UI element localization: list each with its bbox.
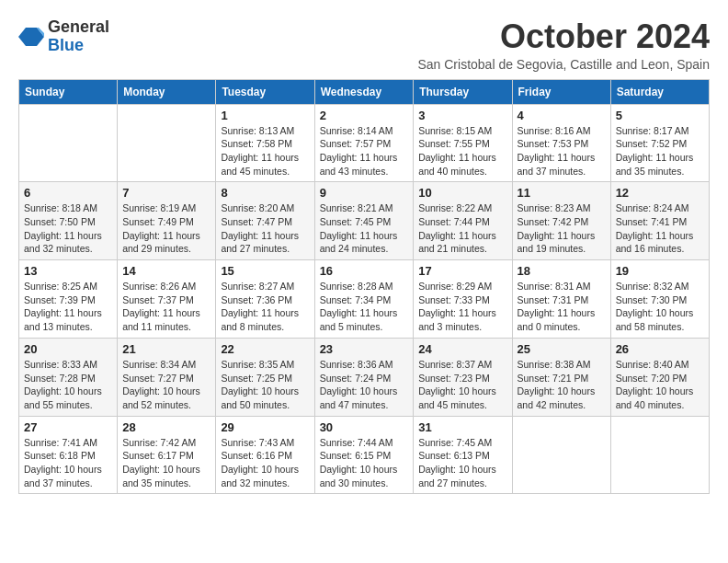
day-number: 20: [24, 342, 112, 356]
calendar-cell: 17Sunrise: 8:29 AM Sunset: 7:33 PM Dayli…: [414, 260, 512, 339]
day-info: Sunrise: 8:18 AM Sunset: 7:50 PM Dayligh…: [24, 201, 112, 256]
weekday-header-tuesday: Tuesday: [216, 79, 314, 104]
calendar-cell: 20Sunrise: 8:33 AM Sunset: 7:28 PM Dayli…: [19, 338, 118, 416]
day-number: 30: [320, 420, 409, 434]
day-number: 23: [320, 342, 409, 356]
day-info: Sunrise: 7:45 AM Sunset: 6:13 PM Dayligh…: [418, 436, 506, 490]
calendar-cell: 29Sunrise: 7:43 AM Sunset: 6:16 PM Dayli…: [216, 416, 314, 494]
day-number: 11: [518, 186, 606, 200]
day-number: 24: [418, 342, 506, 356]
day-number: 10: [418, 186, 506, 200]
day-info: Sunrise: 8:17 AM Sunset: 7:52 PM Dayligh…: [616, 124, 704, 178]
day-info: Sunrise: 7:44 AM Sunset: 6:15 PM Dayligh…: [320, 436, 409, 490]
calendar-cell: 18Sunrise: 8:31 AM Sunset: 7:31 PM Dayli…: [512, 260, 610, 339]
location-subtitle: San Cristobal de Segovia, Castille and L…: [417, 57, 710, 72]
calendar-cell: [118, 104, 216, 182]
day-info: Sunrise: 8:13 AM Sunset: 7:58 PM Dayligh…: [221, 124, 309, 178]
calendar-cell: 10Sunrise: 8:22 AM Sunset: 7:44 PM Dayli…: [414, 182, 512, 260]
calendar-cell: 2Sunrise: 8:14 AM Sunset: 7:57 PM Daylig…: [314, 104, 414, 182]
calendar-cell: 22Sunrise: 8:35 AM Sunset: 7:25 PM Dayli…: [216, 338, 314, 416]
day-number: 22: [221, 342, 309, 356]
day-number: 12: [616, 186, 704, 200]
day-info: Sunrise: 8:31 AM Sunset: 7:31 PM Dayligh…: [518, 280, 606, 334]
title-section: October 2024 San Cristobal de Segovia, C…: [417, 18, 710, 72]
day-info: Sunrise: 8:29 AM Sunset: 7:33 PM Dayligh…: [418, 280, 506, 334]
weekday-header-monday: Monday: [118, 79, 216, 104]
calendar-week-row: 6Sunrise: 8:18 AM Sunset: 7:50 PM Daylig…: [19, 182, 710, 260]
day-info: Sunrise: 7:43 AM Sunset: 6:16 PM Dayligh…: [221, 436, 309, 490]
day-number: 28: [122, 420, 210, 434]
day-info: Sunrise: 8:40 AM Sunset: 7:20 PM Dayligh…: [616, 358, 704, 412]
day-number: 6: [24, 186, 112, 200]
day-number: 5: [616, 109, 704, 122]
day-info: Sunrise: 8:21 AM Sunset: 7:45 PM Dayligh…: [320, 201, 409, 256]
calendar-cell: 11Sunrise: 8:23 AM Sunset: 7:42 PM Dayli…: [512, 182, 610, 260]
calendar-week-row: 1Sunrise: 8:13 AM Sunset: 7:58 PM Daylig…: [19, 104, 710, 182]
calendar-cell: 7Sunrise: 8:19 AM Sunset: 7:49 PM Daylig…: [118, 182, 216, 260]
calendar-cell: 4Sunrise: 8:16 AM Sunset: 7:53 PM Daylig…: [512, 104, 610, 182]
day-number: 2: [320, 109, 409, 122]
day-number: 14: [122, 264, 210, 278]
calendar-cell: 14Sunrise: 8:26 AM Sunset: 7:37 PM Dayli…: [118, 260, 216, 339]
day-number: 18: [518, 264, 606, 278]
calendar-cell: [512, 416, 610, 494]
day-number: 7: [122, 186, 210, 200]
day-number: 16: [320, 264, 409, 278]
day-number: 1: [221, 109, 309, 122]
day-info: Sunrise: 8:16 AM Sunset: 7:53 PM Dayligh…: [518, 124, 606, 178]
calendar-cell: 15Sunrise: 8:27 AM Sunset: 7:36 PM Dayli…: [216, 260, 314, 339]
calendar-cell: 28Sunrise: 7:42 AM Sunset: 6:17 PM Dayli…: [118, 416, 216, 494]
calendar-cell: 27Sunrise: 7:41 AM Sunset: 6:18 PM Dayli…: [19, 416, 118, 494]
day-number: 21: [122, 342, 210, 356]
calendar-cell: 23Sunrise: 8:36 AM Sunset: 7:24 PM Dayli…: [314, 338, 414, 416]
day-info: Sunrise: 8:33 AM Sunset: 7:28 PM Dayligh…: [24, 358, 112, 412]
day-info: Sunrise: 8:23 AM Sunset: 7:42 PM Dayligh…: [518, 201, 606, 256]
calendar-cell: [19, 104, 118, 182]
calendar-cell: 9Sunrise: 8:21 AM Sunset: 7:45 PM Daylig…: [314, 182, 414, 260]
day-info: Sunrise: 8:38 AM Sunset: 7:21 PM Dayligh…: [518, 358, 606, 412]
calendar-cell: 25Sunrise: 8:38 AM Sunset: 7:21 PM Dayli…: [512, 338, 610, 416]
calendar-cell: 30Sunrise: 7:44 AM Sunset: 6:15 PM Dayli…: [314, 416, 414, 494]
logo-blue: Blue: [48, 37, 109, 55]
calendar-cell: [610, 416, 709, 494]
day-number: 26: [616, 342, 704, 356]
weekday-header-wednesday: Wednesday: [314, 79, 414, 104]
day-number: 4: [518, 109, 606, 122]
day-info: Sunrise: 8:35 AM Sunset: 7:25 PM Dayligh…: [221, 358, 309, 412]
calendar-cell: 19Sunrise: 8:32 AM Sunset: 7:30 PM Dayli…: [610, 260, 709, 339]
calendar-week-row: 13Sunrise: 8:25 AM Sunset: 7:39 PM Dayli…: [19, 260, 710, 339]
calendar-table: SundayMondayTuesdayWednesdayThursdayFrid…: [18, 79, 710, 495]
logo-icon: [18, 24, 44, 50]
calendar-cell: 31Sunrise: 7:45 AM Sunset: 6:13 PM Dayli…: [414, 416, 512, 494]
calendar-cell: 13Sunrise: 8:25 AM Sunset: 7:39 PM Dayli…: [19, 260, 118, 339]
day-number: 19: [616, 264, 704, 278]
day-number: 9: [320, 186, 409, 200]
weekday-header-friday: Friday: [512, 79, 610, 104]
calendar-cell: 3Sunrise: 8:15 AM Sunset: 7:55 PM Daylig…: [414, 104, 512, 182]
day-info: Sunrise: 8:24 AM Sunset: 7:41 PM Dayligh…: [616, 201, 704, 256]
calendar-cell: 26Sunrise: 8:40 AM Sunset: 7:20 PM Dayli…: [610, 338, 709, 416]
calendar-cell: 1Sunrise: 8:13 AM Sunset: 7:58 PM Daylig…: [216, 104, 314, 182]
day-number: 8: [221, 186, 309, 200]
logo: General Blue: [18, 18, 109, 55]
day-info: Sunrise: 8:36 AM Sunset: 7:24 PM Dayligh…: [320, 358, 409, 412]
day-info: Sunrise: 8:27 AM Sunset: 7:36 PM Dayligh…: [221, 280, 309, 334]
day-number: 27: [24, 420, 112, 434]
calendar-cell: 6Sunrise: 8:18 AM Sunset: 7:50 PM Daylig…: [19, 182, 118, 260]
day-number: 15: [221, 264, 309, 278]
weekday-header-sunday: Sunday: [19, 79, 118, 104]
calendar-cell: 5Sunrise: 8:17 AM Sunset: 7:52 PM Daylig…: [610, 104, 709, 182]
calendar-week-row: 20Sunrise: 8:33 AM Sunset: 7:28 PM Dayli…: [19, 338, 710, 416]
day-info: Sunrise: 8:15 AM Sunset: 7:55 PM Dayligh…: [418, 124, 506, 178]
day-number: 29: [221, 420, 309, 434]
day-info: Sunrise: 8:14 AM Sunset: 7:57 PM Dayligh…: [320, 124, 409, 178]
calendar-cell: 12Sunrise: 8:24 AM Sunset: 7:41 PM Dayli…: [610, 182, 709, 260]
day-info: Sunrise: 8:28 AM Sunset: 7:34 PM Dayligh…: [320, 280, 409, 334]
calendar-week-row: 27Sunrise: 7:41 AM Sunset: 6:18 PM Dayli…: [19, 416, 710, 494]
day-info: Sunrise: 8:22 AM Sunset: 7:44 PM Dayligh…: [418, 201, 506, 256]
logo-text: General Blue: [48, 18, 109, 55]
day-info: Sunrise: 8:26 AM Sunset: 7:37 PM Dayligh…: [122, 280, 210, 334]
day-info: Sunrise: 8:32 AM Sunset: 7:30 PM Dayligh…: [616, 280, 704, 334]
day-number: 31: [418, 420, 506, 434]
month-title: October 2024: [417, 18, 710, 55]
